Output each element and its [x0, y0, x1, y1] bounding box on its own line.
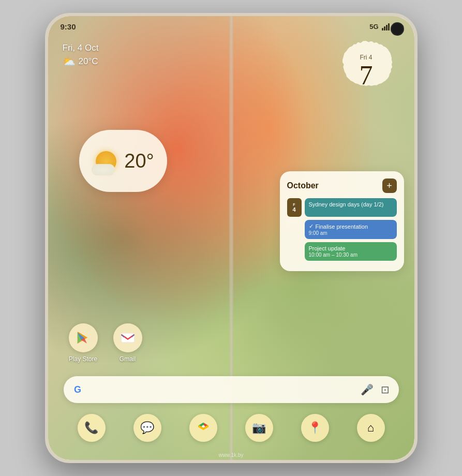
phone-icon: 📞	[84, 421, 98, 435]
gmail-icon	[113, 323, 142, 352]
dock-home[interactable]: ⌂	[357, 414, 385, 442]
search-bar[interactable]: G 🎤 ⊡	[64, 376, 399, 403]
search-action-icons: 🎤 ⊡	[361, 383, 390, 396]
calendar-header: October +	[287, 178, 397, 193]
play-store-label: Play Store	[69, 355, 97, 363]
app-item-gmail[interactable]: Gmail	[113, 323, 142, 363]
play-store-icon	[69, 323, 98, 352]
dock-messages[interactable]: 💬	[133, 414, 161, 442]
clock-date: Fri 4	[360, 54, 372, 61]
event-title-3: Project update	[309, 245, 393, 251]
calendar-add-button[interactable]: +	[382, 178, 397, 193]
event-title-2: Finalise presentation	[316, 224, 368, 230]
date-label: Fri, 4 Oct	[63, 43, 99, 53]
calendar-event-row: F 4 Sydney design days (day 1/2)	[287, 198, 397, 217]
weather-bubble-content: 20°	[92, 147, 154, 175]
gmail-label: Gmail	[120, 355, 136, 363]
calendar-date-badge: F 4	[287, 198, 302, 217]
calendar-event-finalise[interactable]: ✓ Finalise presentation 9:00 am	[305, 220, 397, 239]
calendar-event-project[interactable]: Project update 10:00 am – 10:30 am	[305, 242, 397, 261]
app-row: Play Store Gmail	[69, 323, 142, 363]
lens-icon[interactable]: ⊡	[381, 383, 390, 396]
sun-cloud-icon	[92, 147, 120, 175]
signal-icon	[382, 23, 390, 31]
dock-chrome[interactable]	[189, 414, 217, 442]
calendar-month: October	[287, 181, 319, 190]
status-bar: 9:30 5G	[48, 22, 414, 31]
app-item-play-store[interactable]: Play Store	[69, 323, 98, 363]
weather-condition-icon: ⛅	[63, 55, 76, 68]
calendar-event-sydney[interactable]: Sydney design days (day 1/2)	[305, 198, 397, 217]
dock: 📞 💬 📷 📍 ⌂	[64, 410, 399, 445]
network-type: 5G	[369, 23, 378, 31]
front-camera	[392, 23, 403, 35]
svg-text:G: G	[74, 384, 81, 395]
temperature-label: 20°C	[79, 56, 98, 67]
weather-bubble-widget[interactable]: 20°	[79, 130, 167, 192]
dock-maps[interactable]: 📍	[301, 414, 329, 442]
calendar-event-row-3: Project update 10:00 am – 10:30 am	[287, 242, 397, 261]
dock-camera[interactable]: 📷	[245, 414, 273, 442]
phone-frame: 9:30 5G Fri, 4 Oct ⛅ 20°C Fri 4 7	[45, 13, 418, 463]
date-weather-widget: Fri, 4 Oct ⛅ 20°C	[63, 43, 99, 68]
event-time-3: 10:00 am – 10:30 am	[309, 252, 393, 258]
watermark: www.1k.by	[219, 452, 244, 458]
messages-icon: 💬	[140, 421, 154, 435]
google-logo: G	[73, 382, 87, 397]
calendar-event-row-2: ✓ Finalise presentation 9:00 am	[287, 220, 397, 239]
chrome-icon	[197, 420, 210, 436]
svg-rect-0	[121, 333, 134, 343]
maps-icon: 📍	[308, 421, 322, 435]
home-icon: ⌂	[367, 421, 374, 435]
event-time-2: 9:00 am	[309, 230, 393, 236]
weather-bubble-temp: 20°	[124, 150, 154, 172]
weather-row: ⛅ 20°C	[63, 55, 99, 68]
microphone-icon[interactable]: 🎤	[361, 383, 374, 396]
dock-phone[interactable]: 📞	[78, 414, 106, 442]
camera-icon: 📷	[252, 421, 266, 435]
calendar-widget[interactable]: October + F 4 Sydney design days (day 1/…	[280, 171, 404, 271]
event-title: Sydney design days (day 1/2)	[309, 201, 384, 207]
status-time: 9:30	[61, 22, 76, 31]
clock-time: 7	[360, 62, 373, 89]
